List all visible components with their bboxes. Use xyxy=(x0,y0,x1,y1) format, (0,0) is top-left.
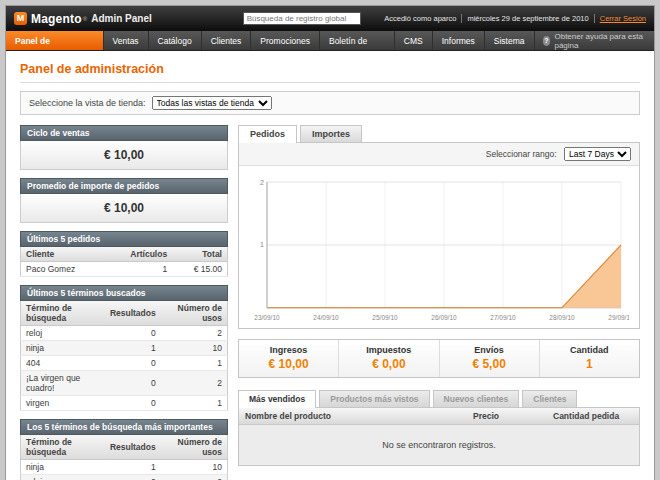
global-search-input[interactable] xyxy=(243,12,361,25)
panel-title: Últimos 5 términos buscados xyxy=(20,285,228,301)
cell-customer: Paco Gomez xyxy=(21,262,106,277)
magento-logo-icon: M xyxy=(14,12,27,25)
cell-uses: 1 xyxy=(161,396,228,411)
svg-text:27/09/10: 27/09/10 xyxy=(490,314,516,321)
tab-pedidos[interactable]: Pedidos xyxy=(238,125,297,143)
panel-title: Últimos 5 pedidos xyxy=(20,231,228,247)
stat-value: € 0,00 xyxy=(339,357,438,371)
top-search-panel: Los 5 términos de búsqueda más important… xyxy=(20,419,228,480)
chart-tabs: Pedidos Importes xyxy=(238,125,640,142)
svg-text:2: 2 xyxy=(260,179,264,186)
stat-ingresos: Ingresos € 10,00 xyxy=(239,340,338,377)
stat-cantidad: Cantidad 1 xyxy=(539,340,639,377)
svg-text:25/09/10: 25/09/10 xyxy=(372,314,398,321)
nav-item-cms[interactable]: CMS xyxy=(395,31,433,50)
nav-item-ventas[interactable]: Ventas xyxy=(104,31,149,50)
separator xyxy=(594,14,595,23)
column-header: Cantidad pedida xyxy=(547,408,639,425)
range-toolbar: Seleccionar rango: Last 7 Days xyxy=(239,143,639,166)
range-select[interactable]: Last 7 Days xyxy=(564,147,631,161)
column-header: Término de búsqueda xyxy=(21,301,105,326)
stat-value: € 10,00 xyxy=(239,357,338,371)
stat-label: Ingresos xyxy=(239,345,338,355)
tab-nuevos-clientes: Nuevos clientes xyxy=(433,390,520,407)
tab-mas-vendidos[interactable]: Más vendidos xyxy=(238,390,316,408)
nav-item-catalogo[interactable]: Catálogo xyxy=(149,31,202,50)
cell-uses: 2 xyxy=(161,475,228,480)
stat-value: 1 xyxy=(540,357,639,371)
cell-results: 1 xyxy=(105,341,161,356)
column-header: Cliente xyxy=(21,247,106,262)
cell-term: ninja xyxy=(21,460,105,475)
column-header: Nombre del producto xyxy=(239,408,467,425)
column-header: Precio xyxy=(467,408,547,425)
column-header: Resultados xyxy=(105,301,161,326)
table-row[interactable]: ninja 1 10 xyxy=(21,460,228,475)
cell-term: reloj xyxy=(21,475,105,480)
top-header: M Magento ® Admin Panel Accedió como apa… xyxy=(6,6,654,31)
store-view-select[interactable]: Todas las vistas de tienda xyxy=(152,96,272,110)
nav-item-boletin[interactable]: Boletín de noticias xyxy=(320,31,395,50)
svg-text:23/09/10: 23/09/10 xyxy=(254,314,280,321)
tab-clientes: Clientes xyxy=(522,390,577,407)
table-row[interactable]: reloj 0 2 xyxy=(21,326,228,341)
panel-title: Los 5 términos de búsqueda más important… xyxy=(20,419,228,435)
average-orders-panel: Promedio de importe de pedidos € 10,00 xyxy=(20,178,228,223)
logo-text: Magento xyxy=(31,12,82,26)
column-header: Resultados xyxy=(105,435,161,460)
svg-text:28/09/10: 28/09/10 xyxy=(549,314,575,321)
stat-value: € 5,00 xyxy=(440,357,539,371)
chart-area: 23/09/1024/09/1025/09/1026/09/1027/09/10… xyxy=(239,166,639,328)
table-row[interactable]: ¡La virgen que cuadro! 0 2 xyxy=(21,371,228,396)
range-label: Seleccionar rango: xyxy=(486,149,557,159)
column-header: Término de búsqueda xyxy=(21,435,105,460)
cell-term: ¡La virgen que cuadro! xyxy=(21,371,105,396)
nav-item-sistema[interactable]: Sistema xyxy=(485,31,535,50)
average-orders-value: € 10,00 xyxy=(20,194,228,223)
cell-term: ninja xyxy=(21,341,105,356)
stat-label: Impuestos xyxy=(339,345,438,355)
panel-title: Ciclo de ventas xyxy=(20,125,228,141)
table-row[interactable]: 404 0 1 xyxy=(21,356,228,371)
logout-link[interactable]: Cerrar Sesión xyxy=(600,14,646,23)
table-row[interactable]: ninja 1 10 xyxy=(21,341,228,356)
page-content: Panel de administración Seleccione la vi… xyxy=(6,51,654,480)
cell-results: 0 xyxy=(105,326,161,341)
lifetime-sales-panel: Ciclo de ventas € 10,00 xyxy=(20,125,228,170)
help-link[interactable]: ? Obtener ayuda para esta página xyxy=(535,31,655,50)
cell-uses: 2 xyxy=(161,371,228,396)
store-switcher-label: Seleccione la vista de tienda: xyxy=(29,98,146,108)
magento-logo: M Magento ® Admin Panel xyxy=(14,12,219,26)
cell-results: 0 xyxy=(105,371,161,396)
column-header: Artículos xyxy=(105,247,172,262)
stat-impuestos: Impuestos € 0,00 xyxy=(338,340,438,377)
chart-panel: Seleccionar rango: Last 7 Days 23/09/102… xyxy=(238,142,640,329)
svg-text:24/09/10: 24/09/10 xyxy=(313,314,339,321)
tab-importes[interactable]: Importes xyxy=(300,125,362,142)
last-search-panel: Últimos 5 términos buscados Término de b… xyxy=(20,285,228,411)
separator xyxy=(461,14,462,23)
cell-items: 1 xyxy=(105,262,172,277)
cell-results: 0 xyxy=(105,475,161,480)
svg-text:26/09/10: 26/09/10 xyxy=(431,314,457,321)
cell-results: 0 xyxy=(105,396,161,411)
totals-bar: Ingresos € 10,00 Impuestos € 0,00 Envíos… xyxy=(238,339,640,378)
panel-title: Promedio de importe de pedidos xyxy=(20,178,228,194)
help-label: Obtener ayuda para esta página xyxy=(554,32,646,50)
stat-envios: Envíos € 5,00 xyxy=(439,340,539,377)
table-row[interactable]: Paco Gomez 1 € 15.00 xyxy=(21,262,228,277)
main-nav: Panel de administración Ventas Catálogo … xyxy=(6,31,654,51)
table-row[interactable]: virgen 0 1 xyxy=(21,396,228,411)
help-icon: ? xyxy=(543,36,551,46)
empty-records-message: No se encontraron registros. xyxy=(239,425,639,465)
nav-item-promociones[interactable]: Promociones xyxy=(251,31,320,50)
grids-tabs: Más vendidos Productos más vistos Nuevos… xyxy=(238,390,640,407)
nav-item-informes[interactable]: Informes xyxy=(433,31,485,50)
nav-item-clientes[interactable]: Clientes xyxy=(202,31,252,50)
dashboard-main: Pedidos Importes Seleccionar rango: Last… xyxy=(238,125,640,480)
table-row[interactable]: reloj 0 2 xyxy=(21,475,228,480)
nav-item-dashboard[interactable]: Panel de administración xyxy=(6,31,104,50)
logo-subtitle: Admin Panel xyxy=(91,13,152,24)
svg-text:1: 1 xyxy=(260,241,264,248)
store-switcher: Seleccione la vista de tienda: Todas las… xyxy=(20,91,640,115)
